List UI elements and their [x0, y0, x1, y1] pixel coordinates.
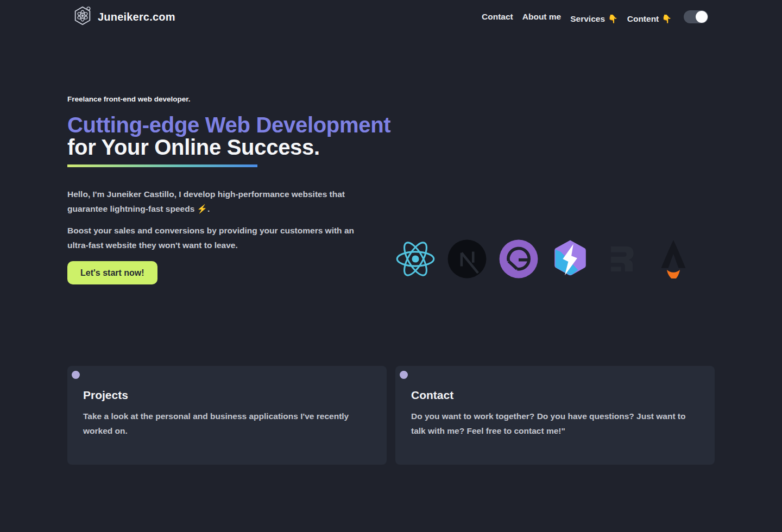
hero-paragraph-1: Hello, I'm Juneiker Castillo, I develop …: [67, 187, 361, 216]
nav-services[interactable]: Services 👇: [570, 14, 618, 24]
brand-link[interactable]: Juneikerc.com: [72, 5, 175, 28]
nav-about-me-label: About me: [522, 12, 561, 22]
projects-card-description: Take a look at the personal and business…: [83, 409, 371, 438]
page: Juneikerc.com Contact About me Services …: [0, 0, 782, 532]
theme-toggle-knob: [696, 11, 708, 23]
point-down-icon: 👇: [661, 15, 672, 23]
hero-tagline: Freelance front-end web developer.: [67, 95, 191, 103]
react-logo-icon: [396, 239, 435, 278]
qwik-logo-icon: [551, 239, 590, 278]
nav-content-label: Content: [627, 14, 659, 24]
theme-toggle[interactable]: [684, 10, 708, 23]
card-dot-icon: [400, 371, 408, 379]
nav-contact-label: Contact: [482, 12, 513, 22]
projects-card[interactable]: Projects Take a look at the personal and…: [67, 366, 387, 465]
brand-logo-icon: [72, 5, 93, 28]
nextjs-logo-icon: [447, 239, 487, 278]
astro-logo-icon: [654, 239, 693, 278]
main-nav: Contact About me Services 👇 Content 👇: [482, 10, 708, 24]
nav-services-label: Services: [570, 14, 605, 24]
hero-title-line2: for Your Online Success.: [67, 135, 320, 159]
contact-card-description: Do you want to work together? Do you hav…: [411, 409, 699, 438]
nav-about-me[interactable]: About me: [522, 12, 561, 22]
link-cards: Projects Take a look at the personal and…: [67, 366, 715, 465]
contact-card-title: Contact: [411, 389, 715, 402]
tech-logos: [396, 239, 693, 278]
projects-card-title: Projects: [83, 389, 387, 402]
contact-card[interactable]: Contact Do you want to work together? Do…: [395, 366, 715, 465]
point-down-icon: 👇: [608, 15, 618, 23]
hero-title-line1: Cutting-edge Web Development: [67, 113, 390, 137]
card-dot-icon: [72, 371, 80, 379]
remix-logo-icon: [602, 239, 641, 278]
hero-paragraph-2: Boost your sales and conversions by prov…: [67, 224, 361, 252]
brand-name: Juneikerc.com: [98, 11, 175, 23]
header: Juneikerc.com Contact About me Services …: [0, 0, 782, 34]
gradient-underline: [67, 164, 257, 167]
gatsby-logo-icon: [499, 239, 538, 278]
cta-button[interactable]: Let's start now!: [67, 261, 157, 284]
hero-title: Cutting-edge Web Development for Your On…: [67, 114, 390, 159]
nav-content[interactable]: Content 👇: [627, 14, 672, 24]
nav-contact[interactable]: Contact: [482, 12, 513, 22]
